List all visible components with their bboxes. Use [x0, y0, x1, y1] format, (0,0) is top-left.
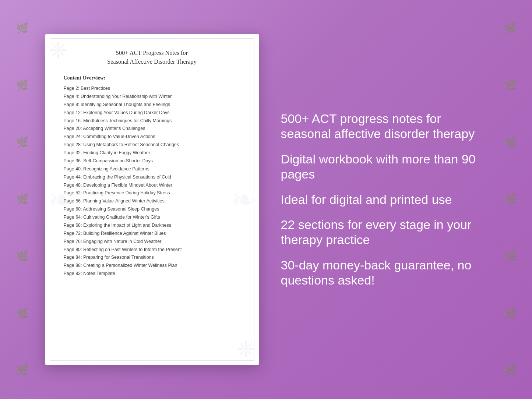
floral-sprig: 🌿: [504, 137, 517, 148]
floral-decoration-left: 🌿 🌿 🌿 🌿 🌿 🌿 🌿: [0, 0, 44, 399]
content-overview-label: Content Overview:: [64, 75, 240, 81]
floral-sprig: 🌿: [16, 365, 29, 375]
floral-sprig: 🌿: [16, 251, 29, 262]
floral-sprig: 🌿: [504, 308, 517, 319]
floral-sprig: 🌿: [504, 80, 517, 91]
floral-sprig: 🌿: [16, 23, 29, 33]
toc-item: Page 92: Notes Template: [64, 270, 240, 278]
floral-sprig: 🌿: [16, 308, 29, 319]
toc-item: Page 80: Reflecting on Past Winters to I…: [64, 246, 240, 254]
toc-item: Page 16: Mindfulness Techniques for Chil…: [64, 117, 240, 125]
toc-item: Page 40: Recognizing Avoidance Patterns: [64, 165, 240, 173]
info-item-2: Digital workbook with more than 90 pages: [281, 152, 487, 182]
toc-item: Page 4: Understanding Your Relationship …: [64, 93, 240, 101]
toc-item: Page 44: Embracing the Physical Sensatio…: [64, 173, 240, 181]
toc-item: Page 76: Engaging with Nature in Cold We…: [64, 238, 240, 246]
toc-item: Page 56: Planning Value-Aligned Winter A…: [64, 197, 240, 205]
floral-sprig: 🌿: [504, 23, 517, 33]
floral-sprig: 🌿: [16, 137, 29, 148]
toc-item: Page 64: Cultivating Gratitude for Winte…: [64, 213, 240, 222]
floral-sprig: 🌿: [504, 194, 517, 205]
toc-item: Page 24: Committing to Value-Driven Acti…: [64, 133, 240, 141]
toc-item: Page 72: Building Resilience Against Win…: [64, 230, 240, 238]
toc-item: Page 48: Developing a Flexible Mindset A…: [64, 181, 240, 190]
toc-item: Page 52: Practicing Presence During Holi…: [64, 189, 240, 197]
info-item-5: 30-day money-back guarantee, no question…: [281, 258, 487, 288]
floral-sprig: 🌿: [504, 251, 517, 262]
toc-item: Page 88: Creating a Personalized Winter …: [64, 262, 240, 270]
toc-item: Page 36: Self-Compassion on Shorter Days: [64, 157, 240, 165]
toc-item: Page 12: Exploring Your Values During Da…: [64, 109, 240, 117]
toc-item: Page 60: Addressing Seasonal Sleep Chang…: [64, 205, 240, 213]
doc-corner-decoration-br: ❈: [196, 317, 255, 361]
floral-sprig: 🌿: [16, 194, 29, 205]
info-panel: 500+ ACT progress notes for seasonal aff…: [281, 111, 487, 287]
toc-item: Page 28: Using Metaphors to Reflect Seas…: [64, 141, 240, 149]
info-item-3: Ideal for digital and printed use: [281, 192, 487, 207]
toc-item: Page 32: Finding Clarity in Foggy Weathe…: [64, 149, 240, 157]
toc-item: Page 2: Best Practices: [64, 85, 240, 93]
floral-sprig: 🌿: [504, 365, 517, 375]
document-title-line1: 500+ ACT Progress Notes for: [116, 50, 188, 56]
document-title: 500+ ACT Progress Notes for Seasonal Aff…: [64, 49, 240, 66]
info-item-1: 500+ ACT progress notes for seasonal aff…: [281, 111, 487, 141]
document-title-line2: Seasonal Affective Disorder Therapy: [107, 59, 197, 65]
floral-sprig: 🌿: [16, 80, 29, 91]
info-item-4: 22 sections for every stage in your ther…: [281, 217, 487, 247]
table-of-contents: Page 2: Best PracticesPage 4: Understand…: [64, 85, 240, 278]
main-content: ❈ ❈ ❧ ❧ 500+ ACT Progress Notes for Seas…: [45, 23, 487, 376]
document-preview: ❈ ❈ ❧ ❧ 500+ ACT Progress Notes for Seas…: [45, 34, 259, 365]
toc-item: Page 84: Preparing for Seasonal Transiti…: [64, 254, 240, 262]
floral-decoration-right: 🌿 🌿 🌿 🌿 🌿 🌿 🌿: [488, 0, 532, 399]
toc-item: Page 8: Identifying Seasonal Thoughts an…: [64, 101, 240, 109]
toc-item: Page 68: Exploring the Impact of Light a…: [64, 222, 240, 230]
toc-item: Page 20: Accepting Winter's Challenges: [64, 125, 240, 133]
document-title-area: 500+ ACT Progress Notes for Seasonal Aff…: [64, 49, 240, 66]
